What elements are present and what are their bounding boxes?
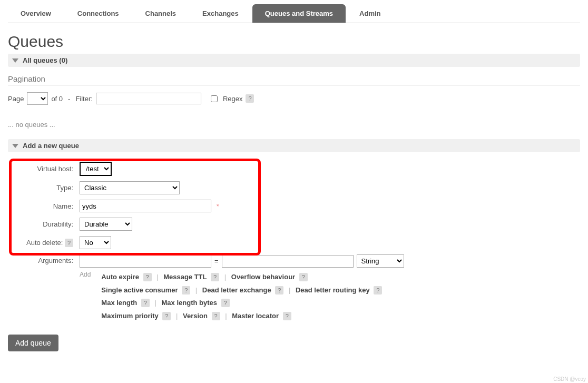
help-icon[interactable]: ? [275,286,283,294]
page-title: Queues [8,33,580,51]
add-queue-form: Virtual host: /test Type: Classic Name: … [8,155,580,353]
arg-type-select[interactable]: String [357,254,404,268]
tab-overview[interactable]: Overview [8,4,64,23]
shortcut-dlx[interactable]: Dead letter exchange [202,286,271,294]
arguments-label: Arguments: [8,253,76,324]
argument-shortcuts: Auto expire ? | Message TTL ? | Overflow… [101,271,382,323]
required-marker: * [217,202,219,210]
help-icon[interactable]: ? [141,299,150,307]
shortcut-auto-expire[interactable]: Auto expire [101,273,139,281]
chevron-down-icon [12,58,18,63]
help-icon[interactable]: ? [212,312,220,320]
help-icon[interactable]: ? [182,286,190,294]
help-icon[interactable]: ? [283,312,291,320]
shortcut-max-length[interactable]: Max length [101,299,137,307]
chevron-down-icon [12,144,18,148]
shortcut-message-ttl[interactable]: Message TTL [163,273,207,281]
shortcut-max-length-bytes[interactable]: Max length bytes [162,299,217,307]
help-icon[interactable]: ? [221,299,230,307]
shortcut-master-locator[interactable]: Master locator [232,312,279,320]
tab-exchanges[interactable]: Exchanges [190,4,251,23]
regex-label: Regex [223,95,243,103]
shortcut-dlrk[interactable]: Dead letter routing key [296,286,370,294]
autodelete-select[interactable]: No [80,236,111,249]
section-all-queues-title: All queues (0) [23,56,67,64]
type-select[interactable]: Classic [80,181,180,194]
shortcut-max-priority[interactable]: Maximum priority [101,312,158,320]
vhost-select[interactable]: /test [80,162,112,176]
shortcut-overflow[interactable]: Overflow behaviour [231,273,295,281]
name-input[interactable] [80,200,211,212]
pagination-heading: Pagination [8,70,580,86]
page-dash: - [68,95,70,103]
page-label: Page [8,95,24,103]
arg-key-input[interactable] [80,255,211,268]
tab-channels[interactable]: Channels [133,4,189,23]
section-all-queues[interactable]: All queues (0) [8,54,580,67]
autodelete-help-icon[interactable]: ? [65,239,73,247]
tab-queues[interactable]: Queues and Streams [252,4,346,23]
arg-value-input[interactable] [222,255,354,268]
help-icon[interactable]: ? [162,312,171,320]
help-icon[interactable]: ? [374,286,382,294]
arg-add-hint: Add [80,271,91,278]
help-icon[interactable]: ? [299,273,308,281]
tab-connections[interactable]: Connections [65,4,132,23]
regex-checkbox[interactable] [211,95,218,102]
pagination-row: Page of 0 - Filter: Regex ? [8,92,580,105]
filter-input[interactable] [96,93,201,104]
regex-help-icon[interactable]: ? [246,94,254,103]
tab-admin[interactable]: Admin [347,4,393,23]
main-tabs: Overview Connections Channels Exchanges … [8,4,580,23]
durability-label: Durability: [8,217,76,232]
add-queue-button[interactable]: Add queue [8,335,58,351]
type-label: Type: [8,180,76,195]
section-add-queue-title: Add a new queue [23,142,79,150]
autodelete-label: Auto delete: ? [8,235,76,250]
help-icon[interactable]: ? [211,273,219,281]
equals-sign: = [214,257,219,265]
page-select[interactable] [27,92,48,105]
name-label: Name: [8,199,76,213]
filter-label: Filter: [75,95,93,103]
shortcut-single-active[interactable]: Single active consumer [101,286,178,294]
page-of: of 0 [51,95,63,103]
vhost-label: Virtual host: [8,161,76,177]
durability-select[interactable]: Durable [80,218,132,231]
no-queues-text: ... no queues ... [8,121,580,129]
shortcut-version[interactable]: Version [183,312,208,320]
help-icon[interactable]: ? [143,273,152,281]
section-add-queue[interactable]: Add a new queue [8,139,580,152]
